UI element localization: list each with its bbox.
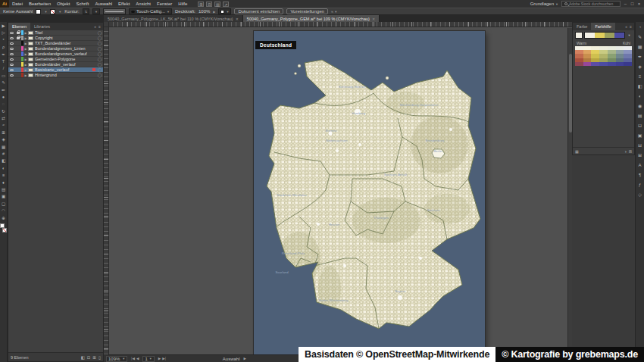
- free-transform-tool[interactable]: ⊞: [0, 130, 7, 136]
- shape-builder-tool[interactable]: ◈: [0, 136, 7, 143]
- layer-row-bundeslandgrenzen-verlauf[interactable]: ▶Bundeslandgrenzen_verlauf◯: [8, 51, 103, 57]
- fill-white-swatch[interactable]: [0, 223, 5, 228]
- canvas-area[interactable]: Schleswig-HolsteinMecklenburg-Vorpommern…: [104, 22, 572, 354]
- rectangle-tool[interactable]: ▭: [0, 73, 7, 80]
- swatches-panel-icon[interactable]: ▦: [638, 44, 642, 51]
- menu-fenster[interactable]: Fenster: [154, 2, 175, 6]
- edit-colors-icon[interactable]: ◑: [624, 149, 627, 154]
- artboard-tool[interactable]: ▣: [0, 193, 7, 200]
- document-tab-2[interactable]: 50040_Germany_Polygone_GEM.ai* bei 109 %…: [243, 15, 380, 22]
- layer-row-txt-bundesländer[interactable]: ▶TXT_Bundesländer◯: [8, 41, 103, 46]
- gradient-tool[interactable]: ◧: [0, 158, 7, 164]
- share-icon[interactable]: ⇗: [223, 2, 229, 7]
- lasso-tool[interactable]: ρ: [0, 44, 7, 51]
- line-segment-tool[interactable]: /: [0, 65, 7, 72]
- new-layer-icon[interactable]: ⊞: [92, 355, 96, 360]
- base-color-swatch[interactable]: [575, 32, 583, 39]
- limit-colors-icon[interactable]: ▦: [575, 149, 579, 154]
- paintbrush-tool[interactable]: ✎: [0, 80, 7, 86]
- harmony-color-4[interactable]: [614, 33, 624, 38]
- layout-icon[interactable]: ▥: [214, 2, 220, 7]
- last-artboard-icon[interactable]: ▶|: [162, 357, 166, 360]
- harmony-color-3[interactable]: [605, 33, 614, 38]
- zoom-tool[interactable]: ⊕: [0, 215, 7, 222]
- brush-definition-select[interactable]: Touch-Callig... ▼: [129, 8, 172, 14]
- visibility-toggle[interactable]: [8, 37, 15, 39]
- new-sublayer-icon[interactable]: ⊡: [87, 355, 91, 360]
- align-panel-icon[interactable]: ⊟: [638, 142, 642, 149]
- app-logo[interactable]: Ai: [0, 0, 9, 8]
- pen-tool[interactable]: ✒: [0, 51, 7, 58]
- target-circle-icon[interactable]: ◯: [96, 36, 103, 40]
- tab-farbhilfe[interactable]: Farbhilfe: [591, 23, 614, 30]
- menu-ansicht[interactable]: Ansicht: [133, 2, 154, 6]
- menu-effekt[interactable]: Effekt: [115, 2, 133, 6]
- visibility-toggle[interactable]: [8, 48, 15, 50]
- menu-datei[interactable]: Datei: [9, 2, 26, 6]
- brushes-panel-icon[interactable]: ✒: [638, 54, 642, 61]
- delete-layer-icon[interactable]: ▯: [98, 355, 101, 360]
- stroke-color-swatch[interactable]: [50, 9, 55, 14]
- tab-farbe[interactable]: Farbe: [573, 23, 591, 30]
- direct-selection-tool[interactable]: ▷: [0, 30, 7, 36]
- collapse-panel-icon[interactable]: «: [94, 24, 96, 29]
- layers-panel-icon[interactable]: ⊡: [638, 123, 642, 130]
- color-guide-panel-icon[interactable]: ✎: [638, 34, 642, 41]
- lock-toggle[interactable]: [15, 32, 21, 34]
- width-tool[interactable]: ≈: [0, 122, 7, 129]
- stroke-weight-select[interactable]: ▼: [92, 8, 100, 14]
- next-artboard-icon[interactable]: ▶: [158, 357, 161, 360]
- collapse-panel-icon[interactable]: «: [625, 24, 627, 29]
- lock-toggle[interactable]: [15, 37, 21, 39]
- style-select[interactable]: ▼: [218, 8, 231, 14]
- close-button[interactable]: ×: [636, 1, 642, 8]
- scale-tool[interactable]: ⇄: [0, 115, 7, 122]
- save-to-swatches-icon[interactable]: ⊞: [629, 149, 632, 154]
- artboard-germany-map[interactable]: Schleswig-HolsteinMecklenburg-Vorpommern…: [254, 31, 485, 354]
- visibility-toggle[interactable]: [8, 42, 15, 45]
- ruler-corner[interactable]: [104, 22, 109, 27]
- hand-tool[interactable]: ◠: [0, 208, 7, 214]
- stroke-none-swatch[interactable]: [2, 228, 7, 232]
- symbol-sprayer-tool[interactable]: ♦: [0, 179, 7, 186]
- stroke-panel-icon[interactable]: ≡: [639, 73, 642, 80]
- target-circle-icon[interactable]: ◯: [96, 62, 103, 67]
- tab-ebenen[interactable]: Ebenen: [8, 23, 30, 30]
- restore-button[interactable]: □: [629, 1, 636, 8]
- panel-menu-icon[interactable]: ≡: [98, 24, 101, 29]
- status-menu-icon[interactable]: ▶: [244, 357, 246, 360]
- stroke-weight-stepper[interactable]: ⇅: [83, 8, 89, 14]
- document-setup-button[interactable]: Dokument einrichten: [234, 8, 283, 14]
- visibility-toggle[interactable]: [8, 69, 15, 71]
- menu-schrift[interactable]: Schrift: [73, 2, 92, 6]
- character-panel-icon[interactable]: A: [638, 162, 641, 169]
- layer-row-hintergrund[interactable]: ▶Hintergrund◯: [8, 73, 103, 78]
- artboards-panel-icon[interactable]: ▣: [638, 133, 642, 139]
- visibility-toggle[interactable]: [8, 74, 15, 76]
- pencil-tool[interactable]: ✏: [0, 87, 7, 94]
- horizontal-ruler[interactable]: [109, 22, 572, 27]
- transparency-panel-icon[interactable]: ◐: [639, 93, 642, 100]
- minimize-button[interactable]: –: [622, 1, 629, 8]
- blob-brush-tool[interactable]: ●: [0, 94, 7, 101]
- eyedropper-tool[interactable]: ◐: [0, 165, 7, 172]
- paragraph-panel-icon[interactable]: ¶: [639, 172, 641, 179]
- target-circle-icon[interactable]: ◯: [96, 51, 103, 56]
- magic-wand-tool[interactable]: *: [0, 37, 7, 44]
- blend-tool[interactable]: ≡: [0, 172, 7, 179]
- visibility-toggle[interactable]: [8, 53, 15, 55]
- panel-menu-icon[interactable]: ≡: [630, 24, 632, 29]
- workspace-switcher[interactable]: Grundlagen ▼: [527, 2, 561, 6]
- options-menu-icon[interactable]: ≋ ▼: [331, 10, 337, 14]
- close-tab-icon[interactable]: ✕: [236, 17, 239, 21]
- column-graph-tool[interactable]: ▤: [0, 186, 7, 193]
- layer-row-bundesländer-verlauf[interactable]: ▶Bundesländer_verlauf◯: [8, 62, 103, 67]
- harmony-color-1[interactable]: [585, 33, 595, 38]
- zoom-level-select[interactable]: 109% ▼: [106, 356, 127, 362]
- rotate-tool[interactable]: ↻: [0, 108, 7, 115]
- harmony-color-2[interactable]: [595, 33, 605, 38]
- menu-auswahl[interactable]: Auswahl: [92, 2, 115, 6]
- target-circle-icon[interactable]: ◯: [96, 46, 103, 51]
- variable-width-profile-select[interactable]: [103, 8, 126, 14]
- menu-objekt[interactable]: Objekt: [54, 2, 73, 6]
